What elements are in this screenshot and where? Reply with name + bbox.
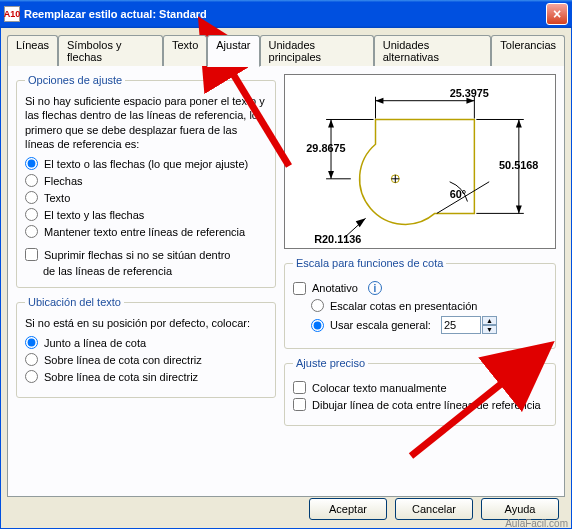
check-anotativo[interactable]: Anotativoi (293, 281, 547, 295)
tab-lineas[interactable]: Líneas (7, 35, 58, 66)
spin-up[interactable]: ▲ (482, 316, 497, 325)
ubicacion-desc: Si no está en su posición por defecto, c… (25, 316, 267, 330)
tab-unidades-principales[interactable]: Unidades principales (260, 35, 374, 66)
radio-sobre-con-directriz[interactable]: Sobre línea de cota con directriz (25, 353, 267, 366)
check-dibujar-linea[interactable]: Dibujar línea de cota entre líneas de re… (293, 398, 547, 411)
tab-simbolos[interactable]: Símbolos y flechas (58, 35, 163, 66)
ok-button[interactable]: Aceptar (309, 498, 387, 520)
titlebar: A10 Reemplazar estilo actual: Standard × (0, 0, 572, 28)
fieldset-escala: Escala para funciones de cota Anotativoi… (284, 257, 556, 349)
close-button[interactable]: × (546, 3, 568, 25)
info-icon[interactable]: i (368, 281, 382, 295)
cancel-button[interactable]: Cancelar (395, 498, 473, 520)
app-icon: A10 (4, 6, 20, 22)
tab-ajustar[interactable]: Ajustar (207, 35, 259, 67)
svg-marker-19 (516, 205, 522, 213)
svg-text:25.3975: 25.3975 (450, 87, 489, 99)
svg-text:R20.1136: R20.1136 (314, 233, 361, 245)
fieldset-ubicacion: Ubicación del texto Si no está en su pos… (16, 296, 276, 398)
fieldset-opciones: Opciones de ajuste Si no hay suficiente … (16, 74, 276, 288)
svg-text:29.8675: 29.8675 (306, 142, 345, 154)
help-button[interactable]: Ayuda (481, 498, 559, 520)
radio-escalar-presentacion[interactable]: Escalar cotas en presentación (311, 299, 547, 312)
radio-flechas[interactable]: Flechas (25, 174, 267, 187)
svg-marker-18 (516, 119, 522, 127)
legend-opciones: Opciones de ajuste (25, 74, 125, 86)
legend-ajuste-preciso: Ajuste preciso (293, 357, 368, 369)
radio-mantener-texto[interactable]: Mantener texto entre líneas de referenci… (25, 225, 267, 238)
radio-texto-y-flechas[interactable]: El texto y las flechas (25, 208, 267, 221)
svg-text:50.5168: 50.5168 (499, 159, 538, 171)
check-colocar-manual[interactable]: Colocar texto manualmente (293, 381, 547, 394)
radio-escala-general[interactable]: Usar escala general: ▲ ▼ (311, 316, 547, 334)
watermark: AulaFacil.com (505, 518, 568, 529)
opciones-desc: Si no hay suficiente espacio para poner … (25, 94, 267, 151)
client-area: Líneas Símbolos y flechas Texto Ajustar … (0, 28, 572, 529)
spin-down[interactable]: ▼ (482, 325, 497, 334)
window-title: Reemplazar estilo actual: Standard (24, 8, 546, 20)
svg-marker-6 (376, 98, 384, 104)
svg-text:60°: 60° (450, 188, 466, 200)
escala-general-input[interactable] (441, 316, 481, 334)
radio-junto-linea[interactable]: Junto a línea de cota (25, 336, 267, 349)
legend-ubicacion: Ubicación del texto (25, 296, 124, 308)
tab-texto[interactable]: Texto (163, 35, 207, 66)
radio-sobre-sin-directriz[interactable]: Sobre línea de cota sin directriz (25, 370, 267, 383)
check-suprimir-flechas-line2: de las líneas de referencia (43, 265, 267, 277)
svg-marker-13 (328, 171, 334, 179)
check-suprimir-flechas[interactable]: Suprimir flechas si no se sitúan dentro (25, 248, 267, 261)
tab-unidades-alternativas[interactable]: Unidades alternativas (374, 35, 492, 66)
tab-content: Opciones de ajuste Si no hay suficiente … (7, 65, 565, 497)
legend-escala: Escala para funciones de cota (293, 257, 446, 269)
tabstrip: Líneas Símbolos y flechas Texto Ajustar … (7, 35, 565, 66)
dialog-buttons: Aceptar Cancelar Ayuda (309, 498, 559, 520)
radio-texto-o-flechas[interactable]: El texto o las flechas (lo que mejor aju… (25, 157, 267, 170)
tab-tolerancias[interactable]: Tolerancias (491, 35, 565, 66)
fieldset-ajuste-preciso: Ajuste preciso Colocar texto manualmente… (284, 357, 556, 426)
radio-texto[interactable]: Texto (25, 191, 267, 204)
dimension-preview: 25.3975 29.8675 50.5 (284, 74, 556, 249)
svg-marker-12 (328, 119, 334, 127)
